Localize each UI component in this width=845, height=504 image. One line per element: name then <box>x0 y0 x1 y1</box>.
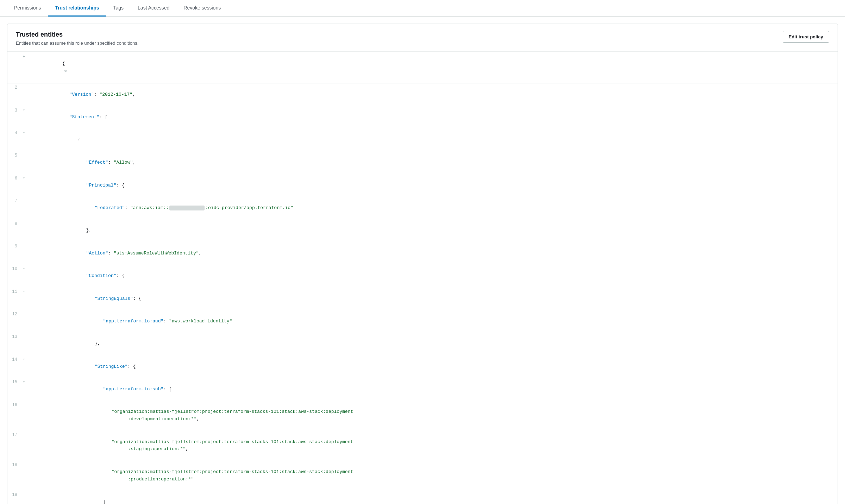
main-panel: Trusted entities Entities that can assum… <box>7 24 838 504</box>
line-content-9: "Action": "sts:AssumeRoleWithWebIdentity… <box>28 242 838 264</box>
code-line-13: 13 }, <box>7 333 838 355</box>
line-content-7: "Federated": "arn:aws:iam:::oidc-provide… <box>28 197 838 219</box>
line-num-11: 11 <box>7 288 23 295</box>
fold-icon-15[interactable]: ▾ <box>23 378 28 385</box>
line-num-13: 13 <box>7 333 23 340</box>
page-wrapper: Permissions Trust relationships Tags Las… <box>0 0 845 504</box>
line-content-15: "app.terraform.io:sub": [ <box>28 378 838 400</box>
line-content-11: "StringEquals": { <box>28 288 838 310</box>
line-num-6: 6 <box>7 175 23 182</box>
line-content-13: }, <box>28 333 838 355</box>
line-num-10: 10 <box>7 265 23 272</box>
line-num-15: 15 <box>7 378 23 386</box>
code-line-4: 4 ▾ { <box>7 129 838 151</box>
fold-icon-6[interactable]: ▾ <box>23 175 28 181</box>
code-line-10: 10 ▾ "Condition": { <box>7 265 838 287</box>
line-num-8: 8 <box>7 220 23 227</box>
code-line-18: 18 "organization:mattias-fjellstrom:proj… <box>7 461 838 491</box>
line-content-14: "StringLike": { <box>28 356 838 378</box>
code-line-9: 9 "Action": "sts:AssumeRoleWithWebIdenti… <box>7 242 838 265</box>
line-content-3: "Statement": [ <box>28 107 838 128</box>
fold-icon-17 <box>23 431 28 438</box>
code-line-15: 15 ▾ "app.terraform.io:sub": [ <box>7 378 838 401</box>
fold-icon-9 <box>23 242 28 249</box>
code-line-2: 2 "Version": "2012-10-17", <box>7 83 838 106</box>
line-content-12: "app.terraform.io:aud": "aws.workload.id… <box>28 310 838 332</box>
line-content-18: "organization:mattias-fjellstrom:project… <box>28 461 838 490</box>
fold-icon-14[interactable]: ▾ <box>23 356 28 363</box>
fold-icon-2 <box>23 84 28 90</box>
fold-icon-8 <box>23 220 28 227</box>
code-line-14: 14 ▾ "StringLike": { <box>7 355 838 378</box>
code-line-12: 12 "app.terraform.io:aud": "aws.workload… <box>7 310 838 333</box>
line-num-9: 9 <box>7 242 23 250</box>
code-line-16: 16 "organization:mattias-fjellstrom:proj… <box>7 401 838 431</box>
code-container: ▶ { ⊕ 2 "Version": "2012-10-17", <box>7 52 838 504</box>
line-num-17: 17 <box>7 431 23 439</box>
line-num-12: 12 <box>7 310 23 318</box>
edit-trust-policy-button[interactable]: Edit trust policy <box>783 31 829 43</box>
fold-icon-top[interactable]: ▶ <box>23 53 28 59</box>
code-line-7: 7 "Federated": "arn:aws:iam:::oidc-provi… <box>7 197 838 219</box>
line-num-16: 16 <box>7 401 23 409</box>
line-content-4: { <box>28 129 838 151</box>
line-content-6: "Principal": { <box>28 175 838 196</box>
tab-permissions[interactable]: Permissions <box>7 0 48 17</box>
line-content-17: "organization:mattias-fjellstrom:project… <box>28 431 838 460</box>
panel-header-text: Trusted entities Entities that can assum… <box>16 31 138 46</box>
fold-icon-7 <box>23 197 28 204</box>
fold-icon-11[interactable]: ▾ <box>23 288 28 295</box>
line-content-5: "Effect": "Allow", <box>28 152 838 174</box>
tab-tags[interactable]: Tags <box>106 0 131 17</box>
fold-icon-5 <box>23 152 28 158</box>
line-num-3: 3 <box>7 107 23 114</box>
line-content-16: "organization:mattias-fjellstrom:project… <box>28 401 838 430</box>
line-num-5: 5 <box>7 152 23 159</box>
line-content-10: "Condition": { <box>28 265 838 287</box>
fold-icon-4[interactable]: ▾ <box>23 129 28 136</box>
code-line-5: 5 "Effect": "Allow", <box>7 151 838 174</box>
code-line-top: ▶ { ⊕ <box>7 52 838 83</box>
fold-icon-19 <box>23 491 28 498</box>
fold-icon-18 <box>23 461 28 468</box>
fold-icon-10[interactable]: ▾ <box>23 265 28 272</box>
panel-subtitle: Entities that can assume this role under… <box>16 40 138 46</box>
line-num-7: 7 <box>7 197 23 204</box>
code-line-19: 19 ] <box>7 491 838 504</box>
code-line-6: 6 ▾ "Principal": { <box>7 174 838 197</box>
fold-icon-3[interactable]: ▾ <box>23 107 28 113</box>
fold-icon-13 <box>23 333 28 340</box>
line-num-top <box>7 53 23 53</box>
fold-icon-12 <box>23 310 28 317</box>
code-line-11: 11 ▾ "StringEquals": { <box>7 288 838 310</box>
tab-bar: Permissions Trust relationships Tags Las… <box>0 0 845 17</box>
tab-revoke-sessions[interactable]: Revoke sessions <box>176 0 228 17</box>
code-line-8: 8 }, <box>7 220 838 242</box>
line-num-18: 18 <box>7 461 23 468</box>
line-content-2: "Version": "2012-10-17", <box>28 84 838 106</box>
panel-title: Trusted entities <box>16 31 138 38</box>
code-line-3: 3 ▾ "Statement": [ <box>7 106 838 129</box>
tab-trust-relationships[interactable]: Trust relationships <box>48 0 106 17</box>
panel-header: Trusted entities Entities that can assum… <box>7 24 838 52</box>
line-num-19: 19 <box>7 491 23 498</box>
line-content-19: ] <box>28 491 838 504</box>
line-content-top: { ⊕ <box>28 53 838 82</box>
fold-icon-16 <box>23 401 28 408</box>
line-content-8: }, <box>28 220 838 242</box>
line-num-2: 2 <box>7 84 23 91</box>
line-num-14: 14 <box>7 356 23 363</box>
code-line-17: 17 "organization:mattias-fjellstrom:proj… <box>7 431 838 461</box>
code-block: ▶ { ⊕ 2 "Version": "2012-10-17", <box>7 52 838 504</box>
line-num-4: 4 <box>7 129 23 137</box>
tab-last-accessed[interactable]: Last Accessed <box>131 0 176 17</box>
